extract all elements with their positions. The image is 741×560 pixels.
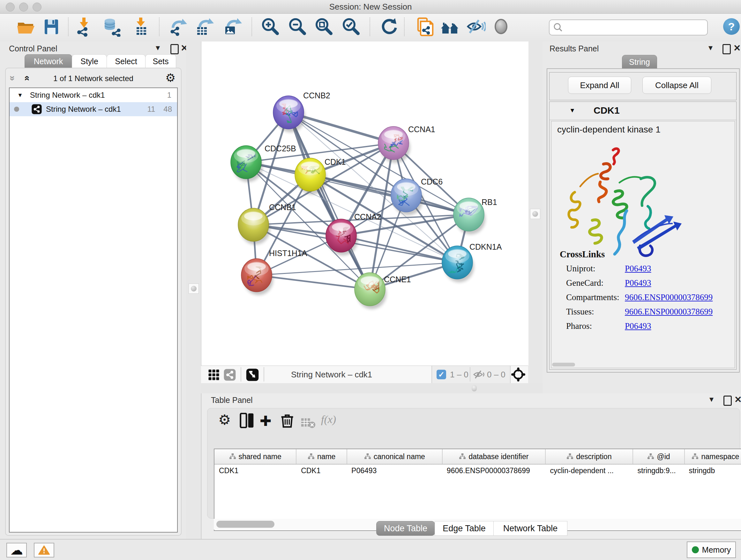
expand-all-button[interactable]: Expand All — [568, 77, 631, 94]
zoom-selected-icon[interactable] — [341, 17, 360, 37]
tab-edge-table[interactable]: Edge Table — [434, 521, 494, 536]
crosslink-pharos-link[interactable]: P06493 — [625, 321, 651, 331]
cloud-button[interactable]: ☁ — [6, 543, 27, 557]
network-panel-body: » » 1 of 1 Network selected ⚙ ▼ String N… — [5, 68, 182, 536]
network-options-gear-icon[interactable]: ⚙ — [165, 72, 176, 84]
column-header[interactable]: name — [296, 449, 347, 464]
string-home-icon[interactable] — [441, 17, 460, 37]
node-label-CDC25B: CDC25B — [265, 144, 296, 153]
table-columns-icon[interactable] — [239, 413, 255, 428]
import-network-file-icon[interactable] — [74, 17, 94, 37]
network-node-HIST1H1A[interactable] — [241, 259, 273, 295]
results-panel-float-icon[interactable]: ▾ — [709, 43, 713, 53]
column-header[interactable]: @id — [633, 449, 685, 464]
tab-network[interactable]: Network — [24, 54, 72, 68]
tab-network-table[interactable]: Network Table — [493, 521, 567, 536]
save-session-icon[interactable] — [42, 17, 61, 37]
network-canvas[interactable]: CDC25BCCNB2CCNA1CDK1CDC6RB1CCNB1CCNA2CDK… — [201, 42, 529, 366]
network-node-CDC6[interactable] — [391, 179, 423, 215]
crosslink-genecard-link[interactable]: P06493 — [625, 278, 651, 288]
viewbar-separator — [470, 367, 470, 381]
crosslink-tissues-link[interactable]: 9606.ENSP00000378699 — [625, 307, 713, 317]
column-header[interactable]: shared name — [214, 449, 296, 464]
node-label-HIST1H1A: HIST1H1A — [269, 249, 307, 258]
table-hscrollbar-thumb[interactable] — [216, 521, 274, 528]
results-hscrollbar[interactable] — [552, 363, 575, 367]
network-edge-HIST1H1A-CCNE1[interactable] — [257, 275, 370, 289]
warnings-button[interactable] — [34, 543, 54, 557]
help-icon[interactable]: ? — [723, 18, 740, 35]
crosslink-label: GeneCard: — [566, 278, 603, 288]
cloud-icon: ☁ — [10, 544, 23, 557]
export-table-icon[interactable] — [195, 17, 214, 37]
main-toolbar: ? — [0, 14, 741, 42]
delete-trash-icon[interactable] — [280, 413, 295, 428]
control-panel-maximize-icon[interactable] — [171, 44, 179, 54]
network-node-CCNB2[interactable] — [273, 96, 305, 132]
zoom-out-icon[interactable] — [287, 17, 307, 37]
network-node-CDC25B[interactable] — [231, 145, 263, 182]
crosslink-compartments-link[interactable]: 9606.ENSP00000378699 — [625, 293, 713, 302]
tab-string-results[interactable]: String — [622, 55, 657, 69]
network-node-CDKN1A[interactable] — [442, 246, 474, 282]
network-node-CCNA1[interactable] — [378, 126, 410, 163]
search-box — [549, 19, 708, 36]
string-import-document-icon[interactable] — [415, 17, 434, 37]
table-options-gear-icon[interactable]: ⚙ — [218, 414, 231, 426]
network-edge-CCNB2-CCNE1[interactable] — [288, 112, 370, 289]
export-image-icon[interactable] — [223, 17, 243, 37]
navigator-icon[interactable] — [246, 368, 259, 381]
add-row-plus-icon[interactable]: ✚ — [260, 413, 272, 429]
tab-select[interactable]: Select — [107, 54, 145, 68]
export-network-icon[interactable] — [168, 17, 188, 37]
left-splitter-handle[interactable] — [189, 284, 199, 294]
zoom-in-icon[interactable] — [260, 17, 280, 37]
memory-button[interactable]: Memory — [687, 542, 736, 558]
table-panel-float-icon[interactable]: ▾ — [710, 394, 714, 404]
column-header[interactable]: canonical name — [347, 449, 443, 464]
zoom-fit-icon[interactable] — [314, 17, 333, 37]
import-table-file-icon[interactable] — [131, 17, 151, 37]
open-session-icon[interactable] — [16, 17, 36, 37]
results-panel-close-icon[interactable]: ✕ — [733, 43, 741, 53]
gene-header[interactable]: ▼ CDK1 — [549, 102, 736, 120]
string-network-icon — [31, 104, 42, 115]
gene-disclosure-triangle-icon[interactable]: ▼ — [569, 107, 576, 114]
table-panel-maximize-icon[interactable] — [724, 395, 732, 406]
collapse-all-button[interactable]: Collapse All — [643, 77, 711, 94]
column-header[interactable]: description — [546, 449, 633, 464]
right-splitter[interactable] — [528, 42, 544, 393]
column-header[interactable]: database identifier — [443, 449, 546, 464]
hide-evidence-glass-icon[interactable] — [466, 17, 486, 37]
tab-sets[interactable]: Sets — [145, 54, 176, 68]
right-splitter-handle[interactable] — [530, 209, 540, 219]
selection-status-group: ✓ 1 – 0 0 – 0 — [431, 366, 511, 383]
left-splitter[interactable] — [186, 42, 201, 539]
viewbar-separator — [241, 367, 241, 381]
horizontal-splitter-handle[interactable] — [472, 385, 477, 391]
network-collection-row[interactable]: ▼ String Network – cdk1 1 — [10, 88, 177, 102]
search-input[interactable] — [565, 23, 707, 32]
node-label-CCNA1: CCNA1 — [408, 125, 435, 134]
enable-glass-icon[interactable] — [491, 17, 511, 37]
table-panel-close-icon[interactable]: ✕ — [734, 394, 741, 405]
network-node-CDK1[interactable] — [295, 158, 327, 194]
refresh-icon[interactable] — [379, 17, 399, 37]
table-row[interactable]: CDK1 CDK1 P06493 9606.ENSP00000378699 cy… — [214, 464, 741, 477]
tab-node-table[interactable]: Node Table — [376, 521, 435, 536]
network-node-CCNA2[interactable] — [326, 219, 358, 255]
column-header[interactable]: namespace — [685, 449, 741, 464]
network-node-CCNE1[interactable] — [354, 273, 387, 309]
control-panel-float-icon[interactable]: ▾ — [156, 43, 160, 53]
results-panel-maximize-icon[interactable] — [723, 44, 731, 54]
string-view-icon[interactable] — [223, 368, 236, 381]
crosslink-uniprot-link[interactable]: P06493 — [625, 264, 651, 273]
network-node-RB1[interactable] — [454, 198, 485, 234]
fit-selected-crosshair-icon[interactable] — [511, 368, 525, 381]
tab-style[interactable]: Style — [72, 54, 107, 68]
grid-view-icon[interactable] — [208, 369, 219, 381]
selected-checkbox-icon[interactable]: ✓ — [436, 370, 446, 379]
import-network-database-icon[interactable] — [102, 17, 122, 37]
disclosure-triangle-icon[interactable]: ▼ — [17, 92, 23, 99]
network-row[interactable]: String Network – cdk1 11 48 — [10, 102, 177, 116]
